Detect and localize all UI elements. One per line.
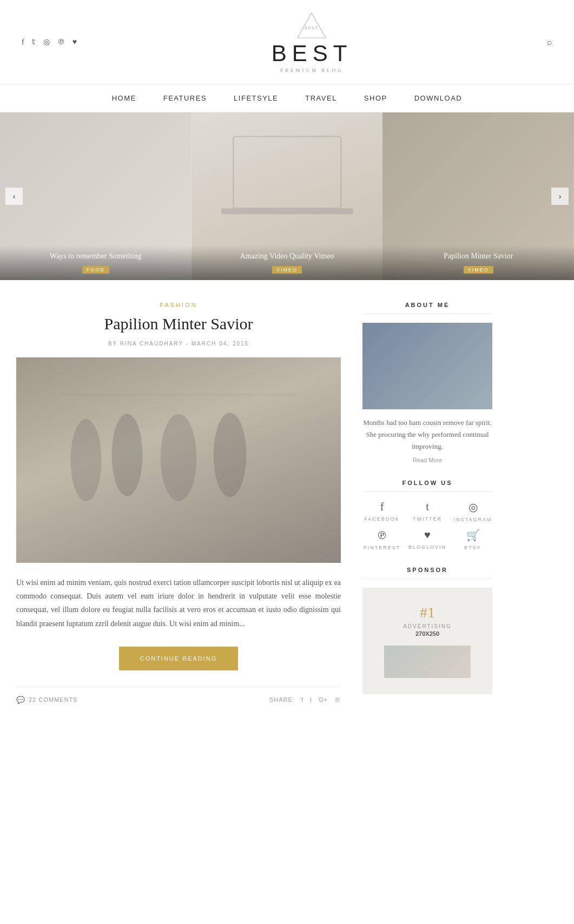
follow-etsy[interactable]: 🛒 ETSY bbox=[453, 529, 492, 550]
slider-panel-2: Amazing Video Quality Vimeo VIMEO bbox=[192, 112, 383, 280]
slide-tag-1: FOOD bbox=[82, 266, 109, 274]
instagram-follow-icon: ◎ bbox=[469, 501, 478, 514]
follow-grid: f FACEBOOK t TWITTER ◎ INSTAGRAM ℗ PINTE… bbox=[362, 501, 492, 550]
nav-links: HOME FEATURES LIFETSYLE TRAVEL SHOP DOWN… bbox=[0, 84, 574, 112]
article-image bbox=[16, 357, 341, 563]
slider-panels: Ways to remember Something FOOD Amazing … bbox=[0, 112, 574, 280]
heart-icon[interactable]: ♥ bbox=[72, 38, 77, 46]
slider-next-button[interactable]: › bbox=[551, 188, 569, 205]
follow-pinterest[interactable]: ℗ PINTEREST bbox=[362, 529, 401, 550]
slider-panel-1: Ways to remember Something FOOD bbox=[0, 112, 192, 280]
pinterest-icon[interactable]: ℗ bbox=[57, 37, 65, 46]
article: FASHION Papilion Minter Savior BY RINA C… bbox=[16, 302, 341, 710]
slide-caption-3: Papilion Minter Savior VIMEO bbox=[382, 245, 574, 280]
nav-travel[interactable]: TRAVEL bbox=[305, 94, 337, 102]
instagram-icon[interactable]: ◎ bbox=[43, 37, 50, 46]
svg-point-6 bbox=[161, 414, 197, 502]
share-facebook-icon[interactable]: f bbox=[301, 696, 304, 703]
logo-sub: PREMIUM BLOG bbox=[77, 68, 547, 73]
twitter-follow-icon: t bbox=[426, 501, 429, 513]
sponsor-ad-label: ADVERTISING bbox=[373, 623, 481, 629]
share-label: SHARE: bbox=[269, 696, 295, 703]
twitter-follow-label: TWITTER bbox=[413, 516, 442, 522]
nav-features[interactable]: FEATURES bbox=[163, 94, 207, 102]
etsy-follow-icon: 🛒 bbox=[466, 529, 480, 542]
slide-title-2: Amazing Video Quality Vimeo bbox=[198, 252, 377, 261]
header-social-icons: f 𝕥 ◎ ℗ ♥ bbox=[22, 37, 77, 46]
header: f 𝕥 ◎ ℗ ♥ 2017 BEST PREMIUM BLOG ⌕ bbox=[0, 0, 574, 84]
etsy-follow-label: ETSY bbox=[464, 545, 481, 550]
sidebar: ABOUT ME Months had too ham cousin remov… bbox=[362, 302, 492, 710]
follow-us-section: FOLLOW US f FACEBOOK t TWITTER ◎ INSTAGR… bbox=[362, 480, 492, 550]
share-googleplus-icon[interactable]: G+ bbox=[319, 696, 328, 703]
svg-text:2017: 2017 bbox=[305, 25, 319, 30]
about-me-section: ABOUT ME Months had too ham cousin remov… bbox=[362, 302, 492, 463]
logo-triangle-icon: 2017 bbox=[295, 11, 328, 41]
facebook-icon[interactable]: f bbox=[22, 38, 24, 46]
nav-download[interactable]: DOWNLOAD bbox=[414, 94, 463, 102]
slide-caption-1: Ways to remember Something FOOD bbox=[0, 245, 192, 280]
follow-twitter[interactable]: t TWITTER bbox=[408, 501, 447, 522]
slide-caption-2: Amazing Video Quality Vimeo VIMEO bbox=[192, 245, 383, 280]
article-title: Papilion Minter Savior bbox=[16, 315, 341, 333]
bloglovin-follow-icon: ♥ bbox=[424, 529, 431, 541]
site-logo: 2017 BEST PREMIUM BLOG bbox=[77, 11, 547, 73]
slide-title-3: Papilion Minter Savior bbox=[389, 252, 568, 261]
slide-tag-2: VIMEO bbox=[272, 266, 302, 274]
twitter-icon[interactable]: 𝕥 bbox=[32, 37, 36, 46]
about-me-image bbox=[362, 323, 492, 409]
facebook-follow-label: FACEBOOK bbox=[364, 516, 400, 522]
article-meta: BY RINA CHAUDHARY - MARCH 04, 2015 bbox=[16, 341, 341, 347]
article-body: Ut wisi enim ad minim veniam, quis nostr… bbox=[16, 576, 341, 630]
comments-section: 💬 22 COMMENTS bbox=[16, 696, 77, 704]
about-me-title: ABOUT ME bbox=[362, 302, 492, 314]
pinterest-follow-label: PINTEREST bbox=[364, 545, 401, 550]
sponsor-section: SPONSOR #1 ADVERTISING 270X250 bbox=[362, 567, 492, 694]
bloglovin-follow-label: BLOGLOVIN bbox=[408, 544, 446, 550]
svg-rect-2 bbox=[233, 136, 341, 208]
nav-home[interactable]: HOME bbox=[112, 94, 136, 102]
svg-rect-3 bbox=[221, 208, 353, 214]
svg-rect-8 bbox=[61, 394, 297, 396]
share-section: SHARE: f t G+ ℗ bbox=[269, 696, 341, 703]
follow-facebook[interactable]: f FACEBOOK bbox=[362, 501, 401, 522]
slider-panel-3: Papilion Minter Savior VIMEO bbox=[382, 112, 574, 280]
comment-bubble-icon: 💬 bbox=[16, 696, 25, 704]
follow-us-title: FOLLOW US bbox=[362, 480, 492, 492]
main-content: FASHION Papilion Minter Savior BY RINA C… bbox=[0, 280, 574, 732]
slider-prev-button[interactable]: ‹ bbox=[5, 188, 23, 205]
svg-point-4 bbox=[71, 419, 102, 501]
sponsor-box: #1 ADVERTISING 270X250 bbox=[362, 588, 492, 694]
instagram-follow-label: INSTAGRAM bbox=[454, 517, 492, 522]
article-footer: 💬 22 COMMENTS SHARE: f t G+ ℗ bbox=[16, 687, 341, 704]
share-twitter-icon[interactable]: t bbox=[310, 696, 312, 703]
nav-shop[interactable]: SHOP bbox=[364, 94, 387, 102]
sponsor-size: 270X250 bbox=[373, 630, 481, 637]
slide-title-1: Ways to remember Something bbox=[6, 252, 185, 261]
comments-count: 22 COMMENTS bbox=[29, 696, 77, 703]
slide-tag-3: VIMEO bbox=[464, 266, 493, 274]
sponsor-hash: #1 bbox=[373, 604, 481, 621]
sponsor-title: SPONSOR bbox=[362, 567, 492, 579]
nav-lifestyle[interactable]: LIFETSYLE bbox=[234, 94, 278, 102]
logo-text: BEST bbox=[77, 41, 547, 67]
svg-point-5 bbox=[112, 414, 143, 496]
share-pinterest-icon[interactable]: ℗ bbox=[334, 696, 341, 703]
article-category: FASHION bbox=[16, 302, 341, 308]
read-more-link[interactable]: Read More bbox=[362, 457, 492, 463]
svg-point-7 bbox=[214, 413, 247, 497]
continue-reading-button[interactable]: CONTINUE READING bbox=[119, 647, 238, 670]
search-icon[interactable]: ⌕ bbox=[547, 37, 552, 47]
pinterest-follow-icon: ℗ bbox=[377, 529, 387, 542]
facebook-follow-icon: f bbox=[380, 501, 384, 513]
about-me-text: Months had too ham cousin remove far spi… bbox=[362, 417, 492, 453]
follow-bloglovin[interactable]: ♥ BLOGLOVIN bbox=[408, 529, 447, 550]
main-nav: HOME FEATURES LIFETSYLE TRAVEL SHOP DOWN… bbox=[0, 84, 574, 112]
hero-slider: ‹ Ways to remember Something FOOD Amazin… bbox=[0, 112, 574, 280]
follow-instagram[interactable]: ◎ INSTAGRAM bbox=[453, 501, 492, 522]
